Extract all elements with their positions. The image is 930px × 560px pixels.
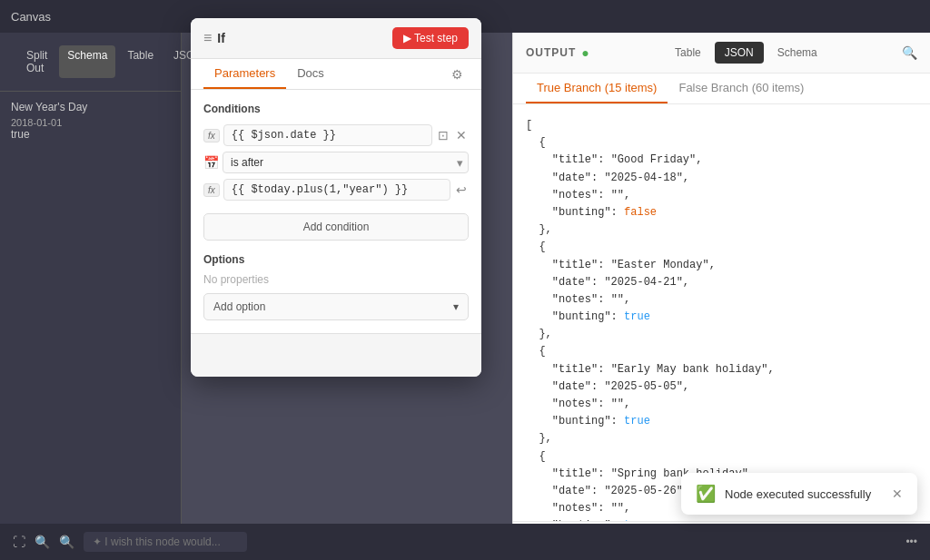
bottom-bar-right: ••• [905, 535, 917, 548]
tab-split-out[interactable]: Split Out [18, 45, 55, 78]
list-item: true [11, 128, 170, 141]
calendar-icon: 📅 [203, 155, 219, 170]
fx-badge-3: fx [203, 183, 220, 197]
fullscreen-icon[interactable]: ⛶ [13, 535, 25, 549]
tab-json-output[interactable]: JSON [715, 42, 764, 64]
tab-schema-output[interactable]: Schema [767, 42, 827, 64]
output-branches: True Branch (15 items) False Branch (60 … [513, 74, 930, 104]
condition-input-1[interactable] [223, 124, 432, 146]
left-panel-tabs: Split Out Schema Table JSON [11, 40, 218, 84]
list-item: New Year's Day [11, 101, 170, 113]
if-panel-body: Conditions fx ⊡ ✕ 📅 is after ▾ fx ↩ [191, 90, 481, 333]
add-condition-button[interactable]: Add condition [203, 213, 469, 241]
branch-false[interactable]: False Branch (60 items) [668, 74, 815, 103]
left-panel-header: Split Out Schema Table JSON 🔍 [0, 33, 181, 92]
output-body[interactable]: [ { "title": "Good Friday", "date": "202… [513, 104, 930, 521]
expand-icon-3[interactable]: ↩ [454, 181, 469, 199]
delete-condition-icon[interactable]: ✕ [454, 126, 469, 144]
tab-parameters[interactable]: Parameters [203, 59, 286, 89]
toast-success-icon: ✅ [696, 484, 716, 504]
condition-row-3: fx ↩ [203, 179, 469, 201]
add-option-button[interactable]: Add option ▾ [203, 293, 469, 320]
output-title: OUTPUT ● [526, 45, 590, 60]
output-header: OUTPUT ● Table JSON Schema 🔍 [513, 33, 930, 74]
search-icon-output[interactable]: 🔍 [902, 45, 917, 60]
toast-message: Node executed successfully [725, 487, 871, 501]
no-properties-text: No properties [203, 273, 469, 286]
if-icon: ≡ [203, 30, 212, 46]
fx-badge-1: fx [203, 129, 220, 142]
chevron-down-icon-option: ▾ [453, 300, 459, 313]
bottom-bar-left: ⛶ 🔍 🔍 [13, 532, 247, 552]
if-panel-footer [191, 333, 481, 377]
conditions-label: Conditions [203, 103, 469, 115]
branch-true[interactable]: True Branch (15 items) [526, 74, 668, 103]
zoom-in-icon[interactable]: 🔍 [35, 535, 50, 549]
condition-row-1: fx ⊡ ✕ [203, 124, 469, 146]
success-indicator: ● [581, 45, 589, 60]
if-panel-header: ≡ If ▶ Test step [191, 18, 481, 59]
condition-row-2: 📅 is after ▾ [203, 152, 469, 173]
output-view-tabs: Table JSON Schema [665, 42, 827, 64]
more-options-icon[interactable]: ••• [905, 535, 917, 548]
options-label: Options [203, 253, 469, 266]
bottom-bar: ⛶ 🔍 🔍 ••• [0, 524, 930, 560]
test-step-button[interactable]: ▶ Test step [392, 27, 469, 49]
toast-close-button[interactable]: ✕ [892, 486, 903, 501]
tab-table[interactable]: Table [119, 45, 162, 78]
tab-schema[interactable]: Schema [59, 45, 115, 78]
zoom-out-icon[interactable]: 🔍 [59, 535, 74, 549]
left-panel: Split Out Schema Table JSON 🔍 New Year's… [0, 33, 182, 560]
settings-button[interactable]: ⚙ [446, 59, 469, 89]
if-panel-tabs: Parameters Docs ⚙ [191, 59, 481, 90]
wish-input[interactable] [84, 532, 247, 552]
if-panel: ⋮⋮⋮⋮ ≡ If ▶ Test step Parameters Docs ⚙ … [191, 18, 481, 377]
tab-table-output[interactable]: Table [665, 42, 711, 64]
app-title: Canvas [11, 10, 51, 24]
if-title: ≡ If [203, 30, 225, 46]
expand-icon[interactable]: ⊡ [436, 126, 450, 144]
condition-operator-select[interactable]: is after [223, 152, 469, 173]
left-panel-content: New Year's Day 2018-01-01 true [0, 92, 181, 153]
toast-notification: ✅ Node executed successfully ✕ [681, 473, 917, 515]
condition-input-3[interactable] [223, 179, 450, 201]
tab-docs[interactable]: Docs [286, 59, 335, 89]
list-item: 2018-01-01 [11, 117, 170, 128]
